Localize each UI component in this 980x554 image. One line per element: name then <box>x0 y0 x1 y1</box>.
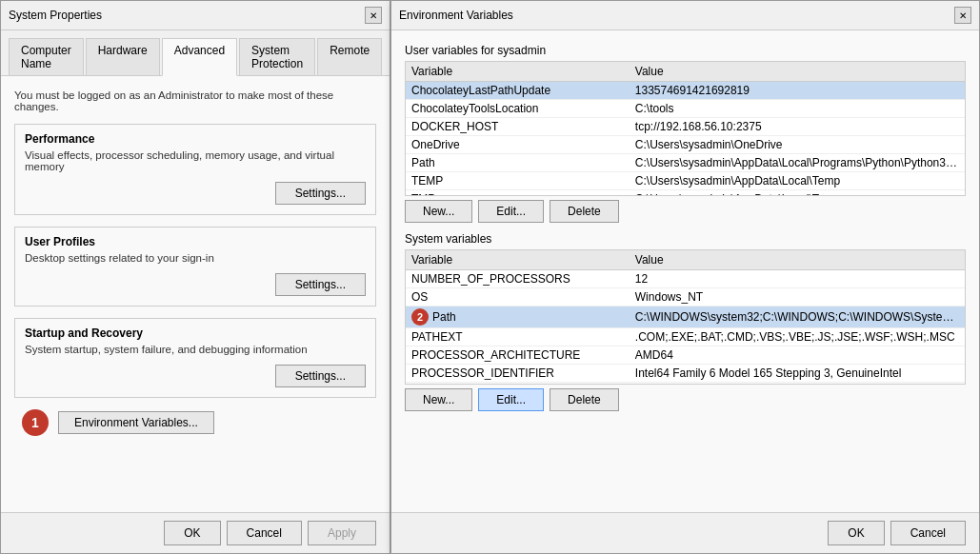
env-vars-row: 1 Environment Variables... <box>22 409 376 436</box>
table-row[interactable]: TMPC:\Users\sysadmin\AppData\Local\Temp <box>406 190 965 196</box>
table-row[interactable]: OSWindows_NT <box>406 288 965 307</box>
sys-var-cell: PATHEXT <box>406 328 630 346</box>
table-row[interactable]: PROCESSOR_ARCHITECTUREAMD64 <box>406 346 965 365</box>
user-profiles-label: User Profiles <box>25 235 366 248</box>
user-variables-title: User variables for sysadmin <box>405 44 966 57</box>
table-row[interactable]: 2PathC:\WINDOWS\system32;C:\WINDOWS;C:\W… <box>406 307 965 328</box>
table-row[interactable]: ChocolateyToolsLocationC:\tools <box>406 100 965 118</box>
close-icon[interactable]: ✕ <box>365 7 382 24</box>
tab-advanced[interactable]: Advanced <box>162 38 237 76</box>
sys-vars-new-button[interactable]: New... <box>405 388 472 411</box>
system-properties-window: System Properties ✕ Computer Name Hardwa… <box>0 0 390 554</box>
apply-button[interactable]: Apply <box>308 521 376 545</box>
user-val-cell: C:\Users\sysadmin\AppData\Local\Temp <box>630 190 965 196</box>
user-val-cell: C:\Users\sysadmin\AppData\Local\Programs… <box>630 154 965 172</box>
table-row[interactable]: PATHEXT.COM;.EXE;.BAT;.CMD;.VBS;.VBE;.JS… <box>406 328 965 346</box>
user-val-header: Value <box>630 62 965 82</box>
tab-computer-name[interactable]: Computer Name <box>9 38 84 75</box>
sys-vars-delete-button[interactable]: Delete <box>550 388 619 411</box>
sys-val-cell: Windows_NT <box>630 288 965 307</box>
sys-var-cell: NUMBER_OF_PROCESSORS <box>406 270 630 288</box>
user-variables-table-wrapper: Variable Value ChocolateyLastPathUpdate1… <box>405 61 966 196</box>
sys-val-header: Value <box>630 250 965 270</box>
user-vars-new-button[interactable]: New... <box>405 200 472 223</box>
title-controls: ✕ <box>365 7 382 24</box>
user-var-cell: Path <box>406 154 630 172</box>
sys-var-cell: PROCESSOR_ARCHITECTURE <box>406 346 630 365</box>
sys-props-bottom-buttons: OK Cancel Apply <box>1 512 390 553</box>
env-vars-content: User variables for sysadmin Variable Val… <box>391 30 979 512</box>
user-profiles-section: User Profiles Desktop settings related t… <box>14 227 376 307</box>
sys-val-cell: C:\WINDOWS\system32;C:\WINDOWS;C:\WINDOW… <box>630 307 965 328</box>
env-vars-ok-button[interactable]: OK <box>828 521 884 545</box>
user-val-cell: 13357469142169281​9 <box>630 82 965 100</box>
sys-var-cell: PROCESSOR_LEVEL <box>406 383 630 385</box>
table-row[interactable]: PathC:\Users\sysadmin\AppData\Local\Prog… <box>406 154 965 172</box>
table-row[interactable]: OneDriveC:\Users\sysadmin\OneDrive <box>406 136 965 154</box>
environment-variables-button[interactable]: Environment Variables... <box>58 411 214 434</box>
sys-val-cell: 6 <box>630 383 965 385</box>
startup-recovery-settings-button[interactable]: Settings... <box>275 365 366 387</box>
user-var-cell: TEMP <box>406 172 630 190</box>
sys-val-cell: Intel64 Family 6 Model 165 Stepping 3, G… <box>630 365 965 383</box>
table-row[interactable]: ChocolateyLastPathUpdate1335746914216928… <box>406 82 965 100</box>
user-var-cell: OneDrive <box>406 136 630 154</box>
startup-recovery-desc: System startup, system failure, and debu… <box>25 344 366 355</box>
tab-bar: Computer Name Hardware Advanced System P… <box>1 30 390 76</box>
tab-hardware[interactable]: Hardware <box>86 38 160 75</box>
sys-var-cell: PROCESSOR_IDENTIFIER <box>406 365 630 383</box>
env-vars-title: Environment Variables <box>399 9 513 22</box>
performance-settings-button[interactable]: Settings... <box>275 182 366 205</box>
user-val-cell: C:\Users\sysadmin\AppData\Local\Temp <box>630 172 965 190</box>
env-vars-badge: 1 <box>22 409 49 436</box>
user-var-cell: TMP <box>406 190 630 196</box>
system-variables-table: Variable Value NUMBER_OF_PROCESSORS12OSW… <box>406 250 965 384</box>
user-variables-table-scroll[interactable]: Variable Value ChocolateyLastPathUpdate1… <box>406 62 965 195</box>
performance-section: Performance Visual effects, processor sc… <box>14 124 376 215</box>
env-vars-bottom-buttons: OK Cancel <box>391 512 979 553</box>
startup-recovery-section: Startup and Recovery System startup, sys… <box>14 318 376 398</box>
user-variables-table: Variable Value ChocolateyLastPathUpdate1… <box>406 62 965 195</box>
sys-vars-buttons: New... Edit... Delete <box>405 388 966 411</box>
table-row[interactable]: TEMPC:\Users\sysadmin\AppData\Local\Temp <box>406 172 965 190</box>
table-row[interactable]: PROCESSOR_IDENTIFIERIntel64 Family 6 Mod… <box>406 365 965 383</box>
performance-desc: Visual effects, processor scheduling, me… <box>25 149 366 172</box>
admin-notice-text: You must be logged on as an Administrato… <box>14 89 376 112</box>
env-vars-title-controls: ✕ <box>954 7 971 24</box>
system-properties-titlebar: System Properties ✕ <box>1 1 390 30</box>
system-variables-table-wrapper: Variable Value NUMBER_OF_PROCESSORS12OSW… <box>405 249 966 385</box>
user-vars-edit-button[interactable]: Edit... <box>478 200 544 223</box>
table-row[interactable]: NUMBER_OF_PROCESSORS12 <box>406 270 965 288</box>
user-vars-delete-button[interactable]: Delete <box>550 200 619 223</box>
ok-button[interactable]: OK <box>164 521 220 545</box>
sys-val-cell: .COM;.EXE;.BAT;.CMD;.VBS;.VBE;.JS;.JSE;.… <box>630 328 965 346</box>
user-val-cell: C:\tools <box>630 100 965 118</box>
env-vars-titlebar: Environment Variables ✕ <box>391 1 979 30</box>
sys-var-cell: OS <box>406 288 630 307</box>
table-row[interactable]: PROCESSOR_LEVEL6 <box>406 383 965 385</box>
user-var-cell: ChocolateyLastPathUpdate <box>406 82 630 100</box>
advanced-tab-content: You must be logged on as an Administrato… <box>1 76 390 512</box>
table-row[interactable]: DOCKER_HOSTtcp://192.168.56.10:2375 <box>406 118 965 136</box>
env-vars-close-icon[interactable]: ✕ <box>954 7 971 24</box>
system-variables-table-scroll[interactable]: Variable Value NUMBER_OF_PROCESSORS12OSW… <box>406 250 965 384</box>
performance-label: Performance <box>25 132 366 146</box>
user-vars-buttons: New... Edit... Delete <box>405 200 966 223</box>
startup-recovery-label: Startup and Recovery <box>25 326 366 340</box>
system-properties-title: System Properties <box>9 9 102 22</box>
system-variables-section: System variables Variable Value NUMBER_O… <box>405 232 966 411</box>
user-val-cell: tcp://192.168.56.10:2375 <box>630 118 965 136</box>
sys-var-cell: 2Path <box>406 307 630 328</box>
user-profiles-desc: Desktop settings related to your sign-in <box>25 252 366 264</box>
sys-var-header: Variable <box>406 250 630 270</box>
system-variables-title: System variables <box>405 232 966 246</box>
tab-system-protection[interactable]: System Protection <box>239 38 315 75</box>
sys-vars-edit-button[interactable]: Edit... <box>478 388 544 411</box>
cancel-button[interactable]: Cancel <box>227 521 302 545</box>
user-profiles-settings-button[interactable]: Settings... <box>275 273 366 296</box>
user-var-cell: ChocolateyToolsLocation <box>406 100 630 118</box>
env-vars-cancel-button[interactable]: Cancel <box>890 521 966 545</box>
user-val-cell: C:\Users\sysadmin\OneDrive <box>630 136 965 154</box>
user-var-cell: DOCKER_HOST <box>406 118 630 136</box>
tab-remote[interactable]: Remote <box>317 38 382 75</box>
